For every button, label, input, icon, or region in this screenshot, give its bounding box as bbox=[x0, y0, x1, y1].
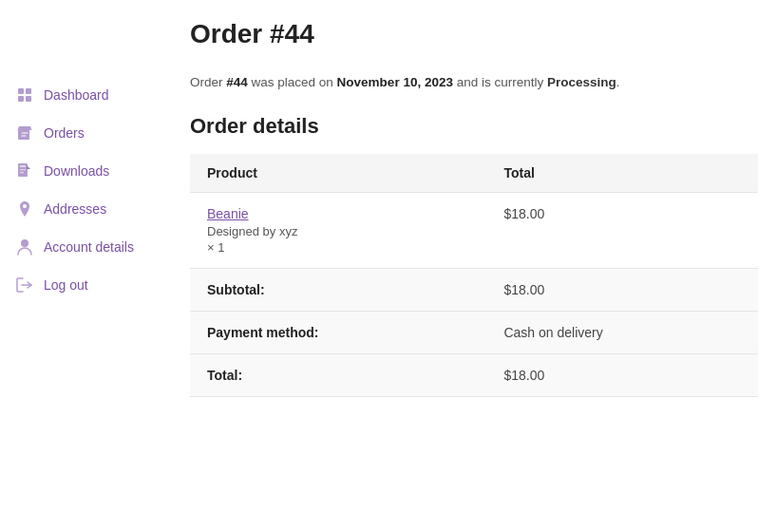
table-row-payment: Payment method: Cash on delivery bbox=[190, 311, 758, 353]
order-notice: Order #44 was placed on November 10, 202… bbox=[190, 72, 758, 93]
sidebar-label-downloads: Downloads bbox=[44, 163, 109, 179]
product-cell: Beanie Designed by xyz × 1 bbox=[190, 192, 486, 268]
page-title: Order #44 bbox=[190, 19, 758, 49]
sidebar-item-log-out[interactable]: Log out bbox=[9, 266, 161, 304]
svg-rect-2 bbox=[18, 96, 24, 102]
sidebar-label-addresses: Addresses bbox=[44, 201, 106, 217]
svg-rect-6 bbox=[20, 169, 26, 170]
product-total-cell: $18.00 bbox=[486, 192, 758, 268]
total-value: $18.00 bbox=[486, 353, 758, 396]
sidebar-item-dashboard[interactable]: Dashboard bbox=[9, 76, 161, 114]
downloads-icon bbox=[15, 162, 34, 180]
subtotal-label: Subtotal: bbox=[190, 268, 486, 311]
table-row-total: Total: $18.00 bbox=[190, 353, 758, 396]
sidebar-label-account-details: Account details bbox=[44, 239, 134, 255]
sidebar-label-dashboard: Dashboard bbox=[44, 87, 109, 103]
order-date: November 10, 2023 bbox=[337, 75, 453, 89]
dashboard-icon bbox=[15, 86, 34, 104]
svg-rect-7 bbox=[20, 172, 24, 173]
sidebar-label-log-out: Log out bbox=[44, 277, 88, 293]
sidebar: Dashboard Orders bbox=[9, 19, 161, 397]
svg-rect-1 bbox=[26, 88, 31, 94]
sidebar-item-addresses[interactable]: Addresses bbox=[9, 190, 161, 228]
total-label: Total: bbox=[190, 353, 486, 396]
sidebar-item-downloads[interactable]: Downloads bbox=[9, 152, 161, 190]
svg-point-8 bbox=[23, 204, 27, 208]
payment-label: Payment method: bbox=[190, 311, 486, 353]
order-table: Product Total Beanie Designed by xyz × 1… bbox=[190, 154, 758, 397]
orders-icon bbox=[15, 124, 34, 142]
section-title: Order details bbox=[190, 114, 758, 139]
col-header-product: Product bbox=[190, 154, 486, 193]
order-ref: #44 bbox=[226, 75, 248, 89]
product-qty: × 1 bbox=[207, 240, 469, 255]
payment-value: Cash on delivery bbox=[486, 311, 758, 353]
product-link[interactable]: Beanie bbox=[207, 206, 249, 221]
order-status: Processing bbox=[547, 75, 616, 89]
svg-rect-5 bbox=[20, 165, 26, 167]
svg-point-9 bbox=[21, 239, 28, 247]
svg-rect-3 bbox=[26, 96, 31, 102]
subtotal-value: $18.00 bbox=[486, 268, 758, 311]
sidebar-item-orders[interactable]: Orders bbox=[9, 114, 161, 152]
sidebar-label-orders: Orders bbox=[44, 125, 85, 141]
table-row-subtotal: Subtotal: $18.00 bbox=[190, 268, 758, 311]
col-header-total: Total bbox=[486, 154, 758, 193]
product-meta: Designed by xyz bbox=[207, 224, 469, 238]
svg-rect-0 bbox=[18, 88, 24, 94]
main-content: Order #44 Order #44 was placed on Novemb… bbox=[161, 19, 758, 397]
table-row-product: Beanie Designed by xyz × 1 $18.00 bbox=[190, 192, 758, 268]
sidebar-item-account-details[interactable]: Account details bbox=[9, 228, 161, 266]
logout-icon bbox=[15, 276, 34, 294]
table-header-row: Product Total bbox=[190, 154, 758, 193]
account-icon bbox=[15, 238, 34, 256]
addresses-icon bbox=[15, 200, 34, 218]
